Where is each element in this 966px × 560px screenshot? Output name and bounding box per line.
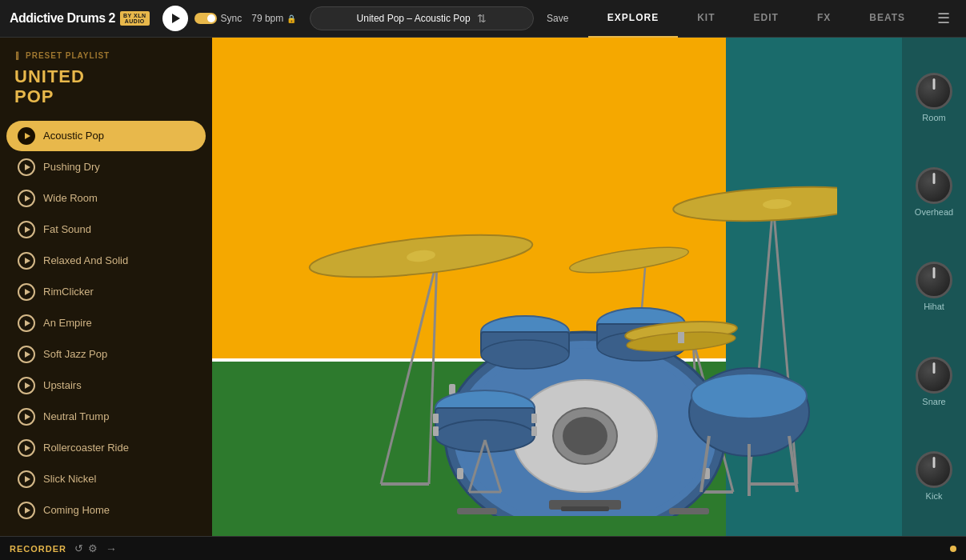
preset-selector-text: United Pop – Acoustic Pop xyxy=(357,13,471,24)
play-circle-11 xyxy=(18,470,35,488)
preset-name-7: Soft Jazz Pop xyxy=(43,348,107,360)
svg-point-55 xyxy=(568,242,690,278)
preset-name-5: RimClicker xyxy=(43,286,94,298)
knob-group-hihat: Hihat xyxy=(916,262,952,311)
tab-fx[interactable]: FX xyxy=(798,0,850,38)
sync-control: Sync xyxy=(194,13,243,24)
tab-beats[interactable]: BEATS xyxy=(850,0,924,38)
svg-rect-57 xyxy=(561,506,609,511)
play-circle-6 xyxy=(18,314,35,332)
svg-rect-38 xyxy=(531,426,537,436)
xln-line2: AUDIO xyxy=(125,18,145,24)
preset-name-1: Pushing Dry xyxy=(43,161,100,173)
play-circle-10 xyxy=(18,439,35,457)
svg-point-16 xyxy=(563,417,607,455)
preset-name-3: Fat Sound xyxy=(43,223,91,235)
bottombar: RECORDER ↺ ⚙ → xyxy=(0,536,966,560)
preset-name-0: Acoustic Pop xyxy=(43,130,104,142)
preset-name-12: Coming Home xyxy=(43,504,110,516)
play-circle-1 xyxy=(18,158,35,176)
preset-name-6: An Empire xyxy=(43,317,92,329)
status-dot xyxy=(950,546,956,552)
preset-item-7[interactable]: Soft Jazz Pop xyxy=(6,339,206,370)
svg-rect-21 xyxy=(457,468,463,479)
play-circle-3 xyxy=(18,221,35,238)
preset-item-4[interactable]: Relaxed And Solid xyxy=(6,246,206,276)
preset-item-12[interactable]: Coming Home xyxy=(6,495,206,526)
knob-overhead[interactable] xyxy=(916,167,952,204)
lock-icon: 🔒 xyxy=(287,14,296,23)
play-circle-2 xyxy=(18,190,35,207)
play-circle-7 xyxy=(18,346,35,363)
svg-rect-26 xyxy=(669,508,709,514)
xln-line1: BY XLN xyxy=(123,13,146,18)
knob-group-snare: Snare xyxy=(916,357,952,406)
topbar: Addictive Drums 2 BY XLN AUDIO Sync 79 b… xyxy=(0,0,966,38)
app-title: Addictive Drums 2 xyxy=(10,11,115,26)
play-circle-5 xyxy=(18,283,35,301)
play-button[interactable] xyxy=(162,6,188,31)
svg-line-1 xyxy=(429,260,437,484)
save-button[interactable]: Save xyxy=(547,13,568,24)
knob-room[interactable] xyxy=(916,73,952,110)
bpm-value: 79 bpm xyxy=(251,13,283,24)
preset-name-8: Upstairs xyxy=(43,379,82,391)
svg-rect-35 xyxy=(433,414,439,423)
knob-label-2: Hihat xyxy=(924,302,944,311)
tab-kit[interactable]: KIT xyxy=(678,0,734,38)
loop-icon[interactable]: ↺ xyxy=(74,542,83,554)
nav-tabs: EXPLORE KIT EDIT FX BEATS xyxy=(588,0,924,38)
preset-item-11[interactable]: Slick Nickel xyxy=(6,464,206,494)
preset-item-0[interactable]: Acoustic Pop xyxy=(6,121,206,151)
preset-item-3[interactable]: Fat Sound xyxy=(6,214,206,245)
preset-name-11: Slick Nickel xyxy=(43,473,96,485)
preset-list: Acoustic Pop Pushing Dry Wide Room Fat S… xyxy=(0,117,212,530)
svg-rect-25 xyxy=(457,508,497,514)
sync-toggle[interactable] xyxy=(194,13,217,24)
preset-arrows-icon: ⇅ xyxy=(477,12,487,25)
preset-item-6[interactable]: An Empire xyxy=(6,308,206,338)
main-content: Preset playlist UNITED POP Acoustic Pop … xyxy=(0,38,966,536)
knob-snare[interactable] xyxy=(916,357,952,394)
knob-hihat[interactable] xyxy=(916,262,952,298)
preset-name-2: Wide Room xyxy=(43,192,98,204)
arrow-icon[interactable]: → xyxy=(106,542,117,555)
svg-point-44 xyxy=(481,340,569,369)
playlist-title: UNITED POP xyxy=(14,66,198,107)
play-circle-9 xyxy=(18,408,35,426)
preset-item-8[interactable]: Upstairs xyxy=(6,370,206,401)
mixer-panel: Room Overhead Hihat Snare Kick xyxy=(902,38,966,536)
tab-explore[interactable]: EXPLORE xyxy=(588,0,678,38)
svg-rect-52 xyxy=(678,332,684,343)
preset-item-2[interactable]: Wide Room xyxy=(6,183,206,214)
play-circle-0 xyxy=(18,127,35,145)
xln-badge: BY XLN AUDIO xyxy=(120,11,150,26)
playlist-title-line1: UNITED xyxy=(14,66,85,86)
knob-group-room: Room xyxy=(916,73,952,122)
play-circle-4 xyxy=(18,252,35,270)
bpm-display: 79 bpm 🔒 xyxy=(251,13,296,24)
knob-kick[interactable] xyxy=(916,451,952,488)
preset-item-5[interactable]: RimClicker xyxy=(6,277,206,307)
playlist-header: Preset playlist UNITED POP xyxy=(0,49,212,117)
preset-selector[interactable]: United Pop – Acoustic Pop ⇅ xyxy=(310,6,534,30)
playlist-title-line2: POP xyxy=(14,86,54,106)
preset-item-1[interactable]: Pushing Dry xyxy=(6,152,206,182)
menu-button[interactable]: ☰ xyxy=(931,6,956,31)
sync-label: Sync xyxy=(221,13,243,24)
preset-item-9[interactable]: Neutral Trump xyxy=(6,402,206,432)
tab-edit[interactable]: EDIT xyxy=(735,0,798,38)
svg-line-0 xyxy=(381,260,437,484)
knob-label-0: Room xyxy=(922,113,945,122)
knob-group-kick: Kick xyxy=(916,451,952,501)
preset-item-10[interactable]: Rollercoaster Ride xyxy=(6,433,206,463)
settings-icon[interactable]: ⚙ xyxy=(88,542,98,554)
preset-name-4: Relaxed And Solid xyxy=(43,254,128,266)
knob-label-3: Snare xyxy=(922,397,945,406)
svg-point-53 xyxy=(672,182,837,226)
recorder-label: RECORDER xyxy=(10,544,66,554)
knob-group-overhead: Overhead xyxy=(915,167,953,217)
svg-rect-36 xyxy=(531,414,537,423)
drum-kit-visual xyxy=(277,100,837,516)
knob-label-1: Overhead xyxy=(915,207,953,217)
